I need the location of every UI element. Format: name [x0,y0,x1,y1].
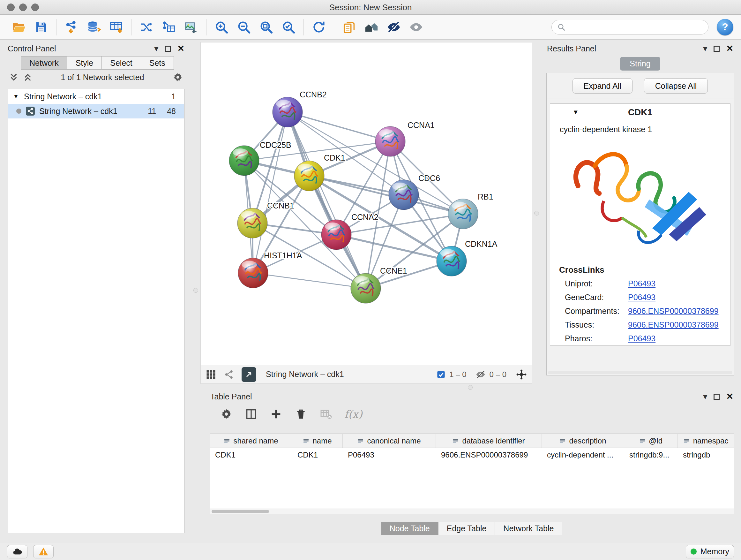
panel-close-icon[interactable]: ✕ [177,44,185,54]
show-columns-icon[interactable] [245,408,258,421]
memory-button[interactable]: Memory [686,545,734,558]
apply-layout-button[interactable] [308,17,330,37]
table-cell[interactable]: cyclin-dependent ... [542,448,624,462]
table-cell[interactable]: 9606.ENSP00000378699 [436,448,542,462]
node-HIST1H1A[interactable] [238,258,268,288]
crosslink-link[interactable]: P06493 [628,279,656,288]
panel-menu-icon[interactable]: ▾ [703,392,707,401]
node-CCNB1[interactable] [238,208,267,238]
home-button[interactable] [360,17,383,37]
collapse-all-icon[interactable] [9,72,18,82]
gear-icon[interactable] [172,72,183,83]
function-builder-button[interactable]: f(x) [344,408,362,421]
help-button[interactable]: ? [717,19,733,36]
new-network-button[interactable] [135,17,158,37]
open-session-button[interactable] [8,17,30,37]
network-collection-row[interactable]: ▼ String Network – cdk1 1 [8,89,184,104]
node-CDC6[interactable] [389,180,419,210]
zoom-in-button[interactable] [210,17,232,37]
save-session-button[interactable] [30,17,52,37]
collapse-section-icon[interactable]: ▼ [572,109,579,116]
panel-menu-icon[interactable]: ▾ [154,44,158,54]
annotation-mode-button[interactable] [242,367,256,382]
column-header-database-identifier[interactable]: database identifier [436,434,542,448]
network-row[interactable]: String Network – cdk1 11 48 [8,104,184,118]
table-cell[interactable]: CDK1 [292,448,343,462]
column-header-namespac[interactable]: namespac [678,434,734,448]
column-header-at-id[interactable]: @id [624,434,678,448]
panel-float-icon[interactable] [714,46,720,52]
table-cell[interactable]: P06493 [343,448,436,462]
edge-CCNB2-CCNA1[interactable] [287,112,390,141]
node-RB1[interactable] [448,199,478,229]
expand-all-icon[interactable] [23,72,32,82]
crosslink-link[interactable]: 9606.ENSP00000378699 [628,307,719,316]
protein-card-header[interactable]: ▼ CDK1 [550,104,730,121]
node-CDC25B[interactable] [229,145,259,176]
window-close-button[interactable] [7,3,15,11]
panel-close-icon[interactable]: ✕ [726,391,733,401]
tab-select[interactable]: Select [102,56,141,70]
import-table-button[interactable] [105,17,127,37]
node-CDK1[interactable] [294,161,324,191]
edge-CCNB2-HIST1H1A[interactable] [253,112,287,273]
import-network-database-button[interactable] [83,17,105,37]
crosslink-link[interactable]: P06493 [628,293,656,302]
panel-close-icon[interactable]: ✕ [726,44,733,54]
hidden-eye-slash-icon[interactable] [475,369,486,380]
crosslink-link[interactable]: P06493 [628,334,656,343]
crosslink-link[interactable]: 9606.ENSP00000378699 [628,320,719,329]
warnings-button[interactable] [33,545,54,558]
node-CCNA2[interactable] [321,220,351,250]
table-cell[interactable]: stringdb:9... [624,448,678,462]
tree-expand-icon[interactable]: ▼ [12,93,20,100]
edge-CCNB2-CCNE1[interactable] [287,112,366,288]
node-CCNA1[interactable] [375,126,405,157]
delete-column-trash-icon[interactable] [294,408,307,421]
hide-panel-button[interactable] [383,17,405,37]
edge-HIST1H1A-CCNE1[interactable] [253,273,366,288]
export-image-button[interactable] [180,17,202,37]
left-splitter-handle[interactable] [193,288,198,293]
table-row[interactable]: CDK1CDK1P064939606.ENSP00000378699cyclin… [210,448,734,462]
bottom-splitter-handle[interactable] [468,385,473,390]
column-header-name[interactable]: name [292,434,343,448]
add-column-plus-icon[interactable] [270,408,282,421]
birdseye-grid-icon[interactable] [205,369,217,380]
network-canvas[interactable]: CCNB2CCNA1CDC25BCDK1CDC6RB1CCNB1CCNA2CDK… [200,42,532,365]
table-horizontal-scrollbar[interactable] [210,509,734,514]
node-CCNB2[interactable] [273,97,302,127]
table-cell[interactable]: stringdb [678,448,734,462]
network-from-table-button[interactable] [158,17,180,37]
panel-menu-icon[interactable]: ▾ [703,44,707,54]
results-scrollbar[interactable] [548,371,732,374]
right-splitter-handle[interactable] [534,211,539,215]
search-box[interactable] [551,20,709,35]
edge-CCNA2-CDKN1A[interactable] [336,235,452,261]
tab-edge-table[interactable]: Edge Table [438,522,495,535]
tab-style[interactable]: Style [67,56,102,70]
node-CDKN1A[interactable] [436,246,467,276]
tab-node-table[interactable]: Node Table [381,522,439,535]
column-header-description[interactable]: description [542,434,624,448]
table-cell[interactable]: CDK1 [210,448,292,462]
column-header-shared-name[interactable]: shared name [210,434,292,448]
tab-network-table[interactable]: Network Table [495,522,562,535]
expand-all-button[interactable]: Expand All [572,78,632,94]
table-settings-gear-icon[interactable] [220,408,232,421]
window-minimize-button[interactable] [19,3,27,11]
column-header-canonical-name[interactable]: canonical name [343,434,436,448]
tab-sets[interactable]: Sets [141,56,174,70]
selected-checkbox-icon[interactable] [436,370,446,379]
panel-float-icon[interactable] [165,46,171,52]
tab-string[interactable]: String [620,57,660,71]
tab-network[interactable]: Network [21,56,67,70]
cloud-status-button[interactable] [7,545,27,558]
panel-float-icon[interactable] [714,394,720,400]
scrollbar-thumb[interactable] [212,510,269,513]
zoom-selected-button[interactable] [277,17,300,37]
copy-button[interactable] [338,17,360,37]
show-panel-button[interactable] [405,17,427,37]
search-input[interactable] [569,23,703,32]
collapse-all-button[interactable]: Collapse All [644,78,708,94]
